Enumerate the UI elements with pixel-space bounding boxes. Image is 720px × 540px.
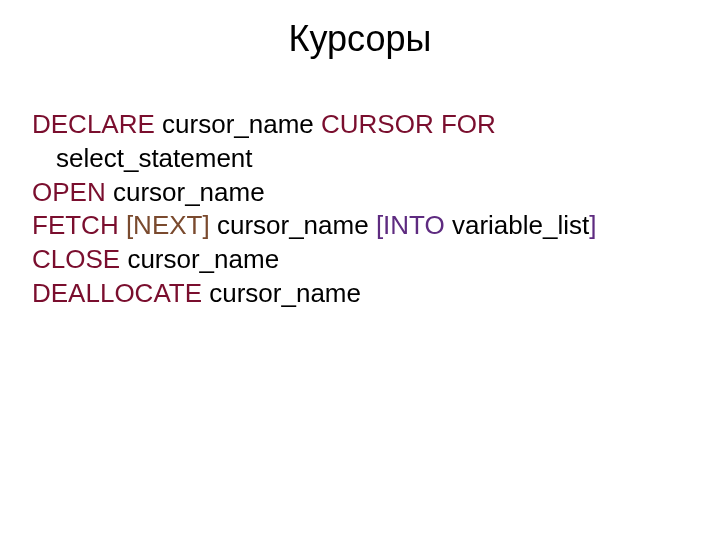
- optional-next: [NEXT]: [119, 210, 217, 240]
- bracket-close: ]: [589, 210, 596, 240]
- optional-into: [INTO: [369, 210, 452, 240]
- identifier: cursor_name: [209, 278, 361, 308]
- identifier: cursor_name: [127, 244, 279, 274]
- keyword-close: CLOSE: [32, 244, 127, 274]
- identifier: cursor_name: [162, 109, 314, 139]
- code-line-5: CLOSE cursor_name: [32, 243, 688, 277]
- keyword-deallocate: DEALLOCATE: [32, 278, 209, 308]
- identifier: variable_list: [452, 210, 589, 240]
- identifier: cursor_name: [113, 177, 265, 207]
- code-line-6: DEALLOCATE cursor_name: [32, 277, 688, 311]
- slide-content: DECLARE cursor_name CURSOR FOR select_st…: [32, 108, 688, 311]
- identifier: select_statement: [56, 143, 253, 173]
- identifier: cursor_name: [217, 210, 369, 240]
- code-line-1: DECLARE cursor_name CURSOR FOR: [32, 108, 688, 142]
- slide-title: Курсоры: [32, 18, 688, 60]
- code-line-4: FETCH [NEXT] cursor_name [INTO variable_…: [32, 209, 688, 243]
- code-line-2: select_statement: [32, 142, 688, 176]
- keyword-fetch: FETCH: [32, 210, 119, 240]
- keyword-open: OPEN: [32, 177, 113, 207]
- keyword-cursor-for: CURSOR FOR: [314, 109, 496, 139]
- slide: Курсоры DECLARE cursor_name CURSOR FOR s…: [0, 0, 720, 540]
- code-line-3: OPEN cursor_name: [32, 176, 688, 210]
- keyword-declare: DECLARE: [32, 109, 162, 139]
